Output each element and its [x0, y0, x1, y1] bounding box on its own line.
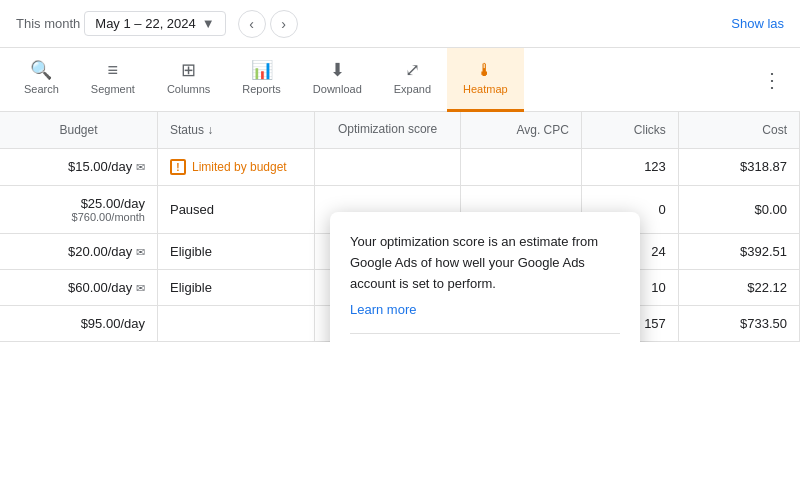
- budget-value: $15.00/day: [68, 159, 132, 174]
- toolbar-item-heatmap[interactable]: 🌡 Heatmap: [447, 48, 524, 112]
- limited-status: ! Limited by budget: [170, 159, 287, 175]
- cell-status-3: Eligible: [157, 233, 314, 269]
- top-bar: This month May 1 – 22, 2024 ▼ ‹ › Show l…: [0, 0, 800, 48]
- cell-cpc-1: [460, 148, 581, 185]
- col-header-opt-score[interactable]: Optimization score: [315, 112, 460, 148]
- segment-label: Segment: [91, 83, 135, 95]
- cell-status-4: Eligible: [157, 269, 314, 305]
- col-header-budget: Budget: [0, 112, 157, 148]
- learn-more-link-1[interactable]: Learn more: [350, 302, 620, 317]
- reports-icon: 📊: [251, 61, 273, 79]
- budget-value: $20.00/day: [68, 244, 132, 259]
- date-range-value: May 1 – 22, 2024: [95, 16, 195, 31]
- cell-cost-4: $22.12: [678, 269, 799, 305]
- toolbar-item-reports[interactable]: 📊 Reports: [226, 48, 297, 112]
- cell-status-2: Paused: [157, 185, 314, 233]
- secondary-budget: $760.00/month: [12, 211, 145, 223]
- reports-label: Reports: [242, 83, 281, 95]
- toolbar: 🔍 Search ≡ Segment ⊞ Columns 📊 Reports ⬇…: [0, 48, 800, 112]
- col-header-cost: Cost: [678, 112, 799, 148]
- table-row: $15.00/day ✉ ! Limited by budget 123 $31…: [0, 148, 800, 185]
- next-arrow[interactable]: ›: [270, 10, 298, 38]
- limited-text: Limited by budget: [192, 160, 287, 174]
- toolbar-item-download[interactable]: ⬇ Download: [297, 48, 378, 112]
- cell-budget-3: $20.00/day ✉: [0, 233, 157, 269]
- warning-icon: !: [170, 159, 186, 175]
- columns-label: Columns: [167, 83, 210, 95]
- heatmap-icon: 🌡: [476, 61, 494, 79]
- tooltip-text-1: Your optimization score is an estimate f…: [350, 232, 620, 294]
- prev-arrow[interactable]: ‹: [238, 10, 266, 38]
- cell-cost-3: $392.51: [678, 233, 799, 269]
- search-icon: 🔍: [30, 61, 52, 79]
- expand-label: Expand: [394, 83, 431, 95]
- nav-arrows: ‹ ›: [238, 10, 298, 38]
- heatmap-label: Heatmap: [463, 83, 508, 95]
- toolbar-item-expand[interactable]: ⤢ Expand: [378, 48, 447, 112]
- col-header-clicks: Clicks: [581, 112, 678, 148]
- optimization-score-tooltip: Your optimization score is an estimate f…: [330, 212, 640, 342]
- tooltip-divider: [350, 333, 620, 334]
- budget-icon: ✉: [136, 246, 145, 258]
- table-header-row: Budget Status ↓ Optimization score Avg. …: [0, 112, 800, 148]
- cell-budget: $15.00/day ✉: [0, 148, 157, 185]
- more-button[interactable]: ⋮: [752, 48, 792, 112]
- cell-cost-5: $733.50: [678, 305, 799, 341]
- budget-value: $25.00/day: [81, 196, 145, 211]
- toolbar-item-columns[interactable]: ⊞ Columns: [151, 48, 226, 112]
- status-text: Paused: [170, 202, 214, 217]
- columns-icon: ⊞: [181, 61, 196, 79]
- cell-status-5: [157, 305, 314, 341]
- toolbar-item-search[interactable]: 🔍 Search: [8, 48, 75, 112]
- cell-budget-4: $60.00/day ✉: [0, 269, 157, 305]
- cell-cost-1: $318.87: [678, 148, 799, 185]
- cell-budget-2: $25.00/day $760.00/month: [0, 185, 157, 233]
- download-icon: ⬇: [330, 61, 345, 79]
- budget-icon: ✉: [136, 282, 145, 294]
- expand-icon: ⤢: [405, 61, 420, 79]
- status-label: Status: [170, 123, 204, 137]
- budget-icon: ✉: [136, 161, 145, 173]
- col-header-status: Status ↓: [157, 112, 314, 148]
- date-range-section: This month May 1 – 22, 2024 ▼ ‹ ›: [16, 10, 306, 38]
- segment-icon: ≡: [108, 61, 119, 79]
- search-label: Search: [24, 83, 59, 95]
- status-text: Eligible: [170, 244, 212, 259]
- col-header-avg-cpc: Avg. CPC: [460, 112, 581, 148]
- status-text: Eligible: [170, 280, 212, 295]
- cell-cost-2: $0.00: [678, 185, 799, 233]
- sort-icon: ↓: [207, 123, 213, 137]
- table-container: Budget Status ↓ Optimization score Avg. …: [0, 112, 800, 342]
- download-label: Download: [313, 83, 362, 95]
- cell-budget-5: $95.00/day: [0, 305, 157, 341]
- cell-opt-1: [315, 148, 460, 185]
- date-selector[interactable]: May 1 – 22, 2024 ▼: [84, 11, 225, 36]
- this-month-label: This month: [16, 16, 80, 31]
- budget-value: $95.00/day: [81, 316, 145, 331]
- budget-value: $60.00/day: [68, 280, 132, 295]
- chevron-down-icon: ▼: [202, 16, 215, 31]
- cell-clicks-1: 123: [581, 148, 678, 185]
- more-icon: ⋮: [762, 68, 782, 92]
- show-last-link[interactable]: Show las: [731, 16, 784, 31]
- cell-status-limited: ! Limited by budget: [157, 148, 314, 185]
- toolbar-item-segment[interactable]: ≡ Segment: [75, 48, 151, 112]
